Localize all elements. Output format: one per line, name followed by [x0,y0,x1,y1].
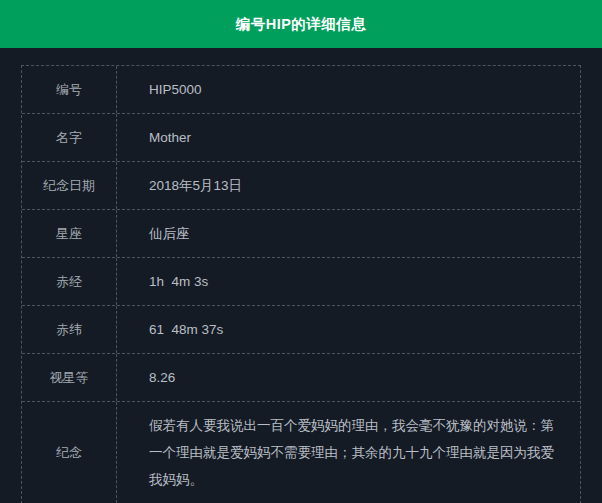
row-label: 视星等 [22,354,117,401]
row-label: 名字 [22,114,117,161]
row-value: 仙后座 [117,210,580,257]
page-title: 编号HIP的详细信息 [236,15,367,34]
table-row-right-ascension: 赤经 1h 4m 3s [22,258,580,306]
row-value: HIP5000 [117,66,580,113]
detail-table: 编号 HIP5000 名字 Mother 纪念日期 2018年5月13日 星座 … [21,65,581,503]
row-label: 纪念 [22,402,117,503]
row-label: 赤经 [22,258,117,305]
row-value: 61 48m 37s [117,306,580,353]
row-label: 编号 [22,66,117,113]
row-value: 1h 4m 3s [117,258,580,305]
row-value: 2018年5月13日 [117,162,580,209]
table-row-memorial-text: 纪念 假若有人要我说出一百个爱妈妈的理由，我会毫不犹豫的对她说：第一个理由就是爱… [22,402,580,503]
header-bar: 编号HIP的详细信息 [0,0,602,48]
row-label: 星座 [22,210,117,257]
row-label: 赤纬 [22,306,117,353]
row-value: 假若有人要我说出一百个爱妈妈的理由，我会毫不犹豫的对她说：第一个理由就是爱妈妈不… [117,402,580,503]
table-row-constellation: 星座 仙后座 [22,210,580,258]
table-row-magnitude: 视星等 8.26 [22,354,580,402]
table-row-memorial-date: 纪念日期 2018年5月13日 [22,162,580,210]
row-value: Mother [117,114,580,161]
table-row-declination: 赤纬 61 48m 37s [22,306,580,354]
row-label: 纪念日期 [22,162,117,209]
table-row-id: 编号 HIP5000 [22,66,580,114]
table-row-name: 名字 Mother [22,114,580,162]
row-value: 8.26 [117,354,580,401]
